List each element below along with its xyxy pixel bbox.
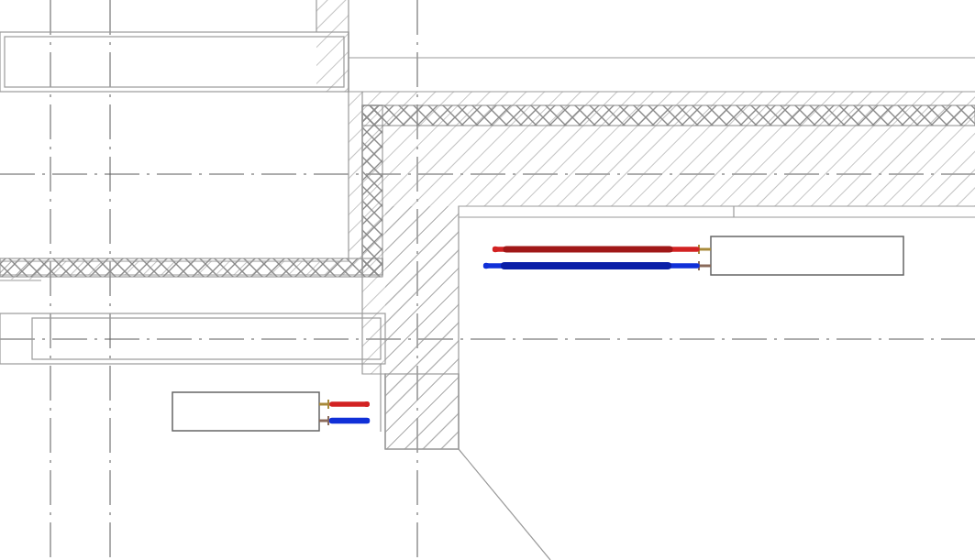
svg-point-33 <box>364 418 370 423</box>
plan-drawing <box>0 0 975 560</box>
svg-rect-15 <box>5 37 344 87</box>
svg-point-32 <box>364 401 370 407</box>
svg-rect-14 <box>0 32 349 92</box>
svg-point-29 <box>493 247 498 252</box>
fixture-lower <box>172 392 319 431</box>
wall-outlines <box>0 0 975 560</box>
svg-rect-6 <box>385 206 459 449</box>
grid-lines <box>0 0 975 560</box>
svg-line-22 <box>459 449 550 560</box>
svg-point-31 <box>483 263 489 269</box>
wall-hatches <box>0 0 975 449</box>
fixture-upper <box>711 236 903 275</box>
svg-rect-9 <box>362 105 975 126</box>
svg-rect-10 <box>362 105 382 275</box>
